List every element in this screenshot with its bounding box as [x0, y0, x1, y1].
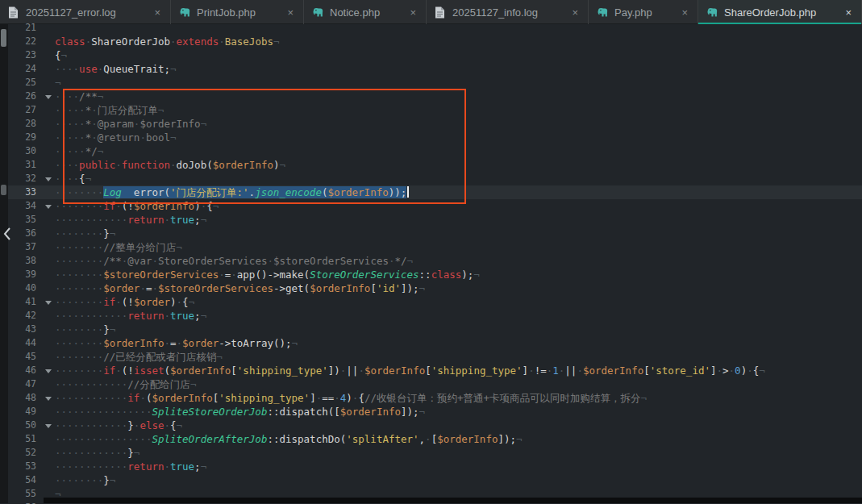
code-line[interactable]: 35············return·true;¬ [8, 213, 862, 227]
code-line[interactable]: 28·····*·@param·$orderInfo¬ [8, 117, 862, 131]
fold-arrow[interactable] [42, 172, 55, 185]
fold-spacer [42, 213, 55, 227]
code-line[interactable]: 31····public·function·doJob($orderInfo)¬ [8, 158, 862, 172]
fold-spacer [42, 268, 55, 281]
log-file-icon [8, 6, 20, 19]
line-number: 55 [8, 487, 42, 501]
code-line[interactable]: 23{¬ [8, 48, 862, 62]
code-text: ········$storeOrderServices·=·app()->mak… [55, 268, 862, 281]
sidebar-collapse-toggle[interactable] [0, 224, 14, 247]
log-file-icon [435, 6, 447, 19]
fold-spacer [42, 254, 55, 268]
tab-close-icon[interactable]: × [570, 6, 580, 19]
code-text: ········if·(!isset($orderInfo['shipping_… [55, 364, 862, 377]
line-number: 33 [8, 185, 42, 199]
tab-close-icon[interactable]: × [408, 6, 418, 19]
code-line[interactable]: 50············}·else·{¬ [8, 419, 862, 432]
line-number: 22 [8, 35, 42, 48]
fold-arrow[interactable] [42, 419, 55, 432]
code-line[interactable]: 47············//分配给门店¬ [8, 377, 862, 391]
fold-spacer [42, 144, 55, 158]
tab-close-icon[interactable]: × [843, 6, 853, 19]
fold-arrow[interactable] [42, 295, 55, 309]
code-line[interactable]: 27·····*·门店分配订单¬ [8, 103, 862, 117]
code-line[interactable]: 39········$storeOrderServices·=·app()->m… [8, 268, 862, 281]
php-file-icon [179, 6, 191, 19]
fold-spacer [42, 158, 55, 172]
code-text: ········}¬ [55, 323, 862, 336]
tab-close-icon[interactable]: × [285, 6, 295, 19]
code-line[interactable]: 53············return·true;¬ [8, 460, 862, 473]
code-line[interactable]: 24····use·QueueTrait;¬ [8, 62, 862, 76]
code-line[interactable]: 40········$order·=·$storeOrderServices->… [8, 281, 862, 295]
code-line[interactable]: 21 [8, 21, 862, 35]
fold-spacer [42, 432, 55, 446]
tab-label: Pay.php [614, 6, 674, 19]
fold-arrow[interactable] [42, 90, 55, 103]
line-number: 39 [8, 268, 42, 281]
line-number: 50 [8, 419, 42, 432]
code-line[interactable]: 33········Log error('门店分配订单:'.json_encod… [8, 185, 862, 199]
code-text: ············if·($orderInfo['shipping_typ… [55, 391, 862, 405]
editor-area: 2122class·ShareOrderJob·extends·BaseJobs… [0, 24, 862, 503]
code-line[interactable]: 30·····*/¬ [8, 144, 862, 158]
code-line[interactable]: 34········if·(!$orderInfo)·{¬ [8, 199, 862, 213]
code-text: ············return·true;¬ [55, 213, 862, 227]
fold-spacer [42, 309, 55, 323]
code-text: ········//已经分配或者门店核销¬ [55, 350, 862, 364]
line-number: 38 [8, 254, 42, 268]
php-file-icon [706, 6, 718, 19]
code-line[interactable]: 37········//整单分给门店¬ [8, 240, 862, 254]
fold-arrow[interactable] [42, 391, 55, 405]
line-number: 23 [8, 48, 42, 62]
code-line[interactable]: 51················SpliteOrderAfterJob::d… [8, 432, 862, 446]
code-text: ····/**¬ [55, 90, 862, 103]
line-number: 46 [8, 364, 42, 377]
fold-spacer [42, 103, 55, 117]
code-line[interactable]: 22class·ShareOrderJob·extends·BaseJobs¬ [8, 35, 862, 48]
tab-label: ShareOrderJob.php [724, 6, 838, 19]
fold-spacer [42, 117, 55, 131]
tab-close-icon[interactable]: × [680, 6, 689, 19]
fold-spacer [42, 48, 55, 62]
code-line[interactable]: 29·····*·@return·bool¬ [8, 131, 862, 144]
line-number: 25 [8, 76, 42, 90]
code-line[interactable]: 54········}¬ [8, 473, 862, 487]
code-line[interactable]: 25¬ [8, 76, 862, 90]
code-text: ········if·(!$orderInfo)·{¬ [55, 199, 862, 213]
code-line[interactable]: 46········if·(!isset($orderInfo['shippin… [8, 364, 862, 377]
code-line[interactable]: 48············if·($orderInfo['shipping_t… [8, 391, 862, 405]
line-number: 52 [8, 446, 42, 460]
code-text: ·····*·门店分配订单¬ [55, 103, 862, 117]
php-file-icon [597, 6, 609, 19]
code-text: ¬ [55, 76, 862, 90]
code-text: ········/**·@var·StoreOrderServices·$sto… [55, 254, 862, 268]
code-text: ············//分配给门店¬ [55, 377, 862, 391]
fold-arrow[interactable] [42, 199, 55, 213]
chevron-left-icon [3, 227, 11, 244]
fold-arrow[interactable] [42, 364, 55, 377]
code-line[interactable]: 32····{¬ [8, 172, 862, 185]
code-line[interactable]: 42············return·true;¬ [8, 309, 862, 323]
fold-spacer [42, 35, 55, 48]
code-text: ·····*·@return·bool¬ [55, 131, 862, 144]
code-line[interactable]: 45········//已经分配或者门店核销¬ [8, 350, 862, 364]
code-line[interactable]: 26····/**¬ [8, 90, 862, 103]
fold-spacer [42, 227, 55, 240]
code-line[interactable]: 38········/**·@var·StoreOrderServices·$s… [8, 254, 862, 268]
fold-spacer [42, 377, 55, 391]
code-line[interactable]: 44········$orderInfo·=·$order->toArray()… [8, 336, 862, 350]
code-line[interactable]: 52············}¬ [8, 446, 862, 460]
code-text: ····use·QueueTrait;¬ [55, 62, 862, 76]
fold-spacer [42, 76, 55, 90]
tab-close-icon[interactable]: × [152, 6, 162, 19]
code-line[interactable]: 43········}¬ [8, 323, 862, 336]
code-line[interactable]: 49················SpliteStoreOrderJob::d… [8, 405, 862, 419]
code-line[interactable]: 36········}¬ [8, 227, 862, 240]
gutter-marker-top [1, 29, 6, 47]
code-line[interactable]: 41········if·(!$order)·{¬ [8, 295, 862, 309]
line-number: 21 [8, 21, 42, 35]
line-number: 34 [8, 199, 42, 213]
line-number: 26 [8, 90, 42, 103]
horizontal-scrollbar[interactable] [44, 498, 862, 503]
